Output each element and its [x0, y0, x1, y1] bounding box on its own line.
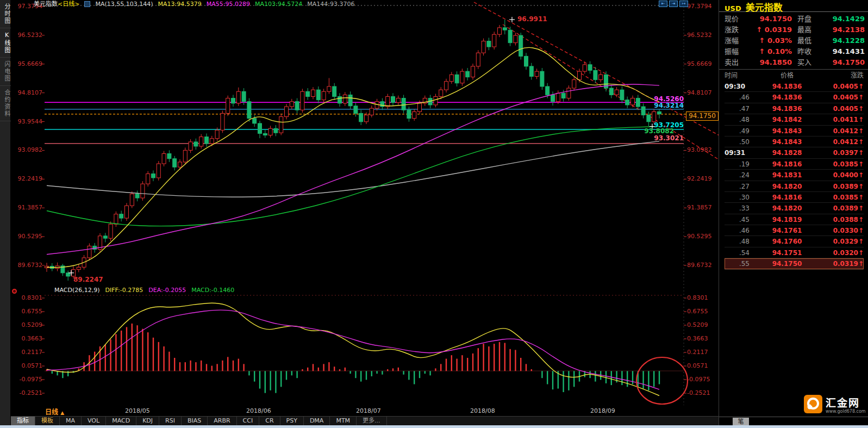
- quote-title: USD 美元指数: [719, 0, 868, 12]
- tick-change: 0.0389↑: [821, 181, 864, 191]
- tick-price: 94.1820: [753, 203, 821, 213]
- brand-name: 汇金网: [826, 397, 866, 409]
- macd-value-label: DEA:-0.2055: [148, 287, 186, 294]
- macd-axis-label: 0.0571: [12, 362, 42, 369]
- tick-row[interactable]: .3094.18160.0385↑: [725, 192, 864, 203]
- chart-header: 美元指数<日线> MA(13,55,103,144) MA13:94.5379M…: [34, 1, 354, 8]
- toolbar-item-BIAS[interactable]: BIAS: [182, 417, 208, 425]
- sidebar-item-2[interactable]: 闪电图: [0, 58, 11, 86]
- toolbar-item-MA[interactable]: MA: [60, 417, 82, 425]
- level-price-label: 93.7205: [652, 121, 684, 129]
- toolbar-item-指标[interactable]: 指标: [11, 417, 35, 425]
- toolbar-item-PSY[interactable]: PSY: [280, 417, 304, 425]
- quote-row: 振幅↑ 0.10%昨收94.1431: [725, 46, 865, 57]
- up-arrow-icon: ↑: [858, 160, 864, 168]
- tick-row[interactable]: .1994.18160.0385↑: [725, 159, 864, 170]
- tick-row[interactable]: .4794.18360.0405↑: [725, 103, 864, 114]
- brand-text: 汇金网 www.gold678.com: [826, 395, 866, 414]
- chart-latest-icon[interactable]: ↦: [679, 1, 688, 7]
- up-arrow-icon: ↑: [858, 260, 864, 268]
- chart-shift-right-icon[interactable]: ⇥: [669, 1, 678, 7]
- gold678-logo-icon: [804, 395, 822, 413]
- price-axis-label: 95.6669: [687, 60, 717, 67]
- tick-time: .47: [725, 103, 753, 114]
- toolbar-item-MACD[interactable]: MACD: [106, 417, 136, 425]
- toolbar-item-MTM[interactable]: MTM: [330, 417, 357, 425]
- tick-price: 94.1831: [753, 170, 821, 180]
- tick-row[interactable]: .3394.18200.0389↑: [725, 203, 864, 214]
- chart-shift-left-icon[interactable]: ⇤: [659, 1, 667, 7]
- up-arrow-icon: ↑: [858, 249, 864, 257]
- price-axis-label: 93.0982: [12, 146, 42, 153]
- tick-row[interactable]: 09:3194.18280.0397↑: [725, 147, 864, 158]
- up-arrow-icon: ↑: [858, 127, 864, 135]
- tick-row[interactable]: 09:3094.18360.0405↑: [725, 81, 864, 92]
- price-axis-label: 91.3857: [12, 204, 42, 211]
- price-axis-label: 91.3857: [687, 204, 717, 211]
- toolbar-item-CR[interactable]: CR: [259, 417, 280, 425]
- brand-logo: 汇金网 www.gold678.com: [804, 395, 866, 414]
- period-selector[interactable]: 日线 ▲: [45, 407, 64, 416]
- sidebar-item-1[interactable]: K线图: [0, 28, 11, 58]
- macd-axis-label: 0.3663: [12, 335, 42, 342]
- price-axis-label: 89.6732: [687, 262, 717, 269]
- tick-price: 94.1819: [753, 214, 821, 225]
- up-arrow-icon: ↑: [858, 138, 864, 146]
- tick-row[interactable]: .5494.17510.0320↑: [725, 247, 864, 258]
- toolbar-item-VOL[interactable]: VOL: [82, 417, 106, 425]
- tick-row[interactable]: .5594.17500.0319↑: [725, 258, 864, 269]
- toolbar-item-模板[interactable]: 模板: [35, 417, 60, 425]
- tick-row[interactable]: .4694.17610.0330↑: [725, 225, 864, 236]
- toolbar-item-DMA[interactable]: DMA: [304, 417, 330, 425]
- tick-row[interactable]: .4594.18190.0388↑: [725, 214, 864, 225]
- tick-change: 0.0412↑: [821, 137, 864, 147]
- tick-change: 0.0320↑: [821, 247, 864, 258]
- sidebar-item-0[interactable]: 分时图: [0, 0, 11, 28]
- up-arrow-icon: ↑: [858, 183, 864, 190]
- ma-value-label: MA144:93.3706: [307, 1, 354, 8]
- macd-value-label: MACD:-0.1460: [191, 287, 234, 294]
- tick-price: 94.1828: [753, 147, 821, 158]
- quote-value: 94.1228: [822, 35, 865, 46]
- brand-url: www.gold678.com: [826, 409, 866, 414]
- toolbar-item-KDJ[interactable]: KDJ: [136, 417, 159, 425]
- up-arrow-icon: ↑: [858, 238, 864, 245]
- tick-change: 0.0405↑: [821, 81, 864, 91]
- month-tick-label: 2018/07: [356, 407, 381, 414]
- quote-value: ↑ 0.0319: [749, 24, 792, 35]
- tick-row[interactable]: .2494.18310.0400↑: [725, 170, 864, 181]
- col-time: 时间: [725, 70, 753, 81]
- toolbar-item-RSI[interactable]: RSI: [159, 417, 182, 425]
- toolbar-item-更多...[interactable]: 更多...: [357, 417, 387, 425]
- quote-label: 涨幅: [725, 35, 749, 46]
- tick-time: .33: [725, 203, 753, 213]
- macd-axis-label: 0.6755: [12, 308, 42, 315]
- level-price-label: 94.3214: [652, 102, 684, 109]
- pen-tab[interactable]: 笔: [733, 418, 749, 426]
- current-price-tag: 94.1750: [686, 111, 719, 121]
- tick-row[interactable]: .4994.18430.0412↑: [725, 126, 864, 137]
- tick-row[interactable]: .4894.17600.0329↑: [725, 236, 864, 247]
- tick-time: .45: [725, 214, 753, 225]
- tick-change: 0.0389↑: [821, 203, 864, 213]
- sidebar-item-3[interactable]: 合约资料: [0, 86, 11, 121]
- chart-toolbuttons: ⇤⇥↦: [659, 1, 688, 7]
- toolbar-item-ARBR[interactable]: ARBR: [208, 417, 236, 425]
- price-axis-label: 92.2419: [687, 175, 717, 182]
- tick-time: .54: [725, 247, 753, 258]
- indicator-toolbar: 指标模板MAVOLMACDKDJRSIBIASARBRCCICRPSYDMAMT…: [11, 416, 719, 425]
- tick-table: 09:3094.18360.0405↑.4694.18360.0405↑.479…: [719, 81, 868, 270]
- tick-price: 94.1843: [753, 126, 821, 136]
- tick-row[interactable]: .2794.18200.0389↑: [725, 181, 864, 192]
- tick-change: 0.0330↑: [821, 225, 864, 235]
- tick-row[interactable]: .5094.18430.0412↑: [725, 137, 864, 147]
- tick-row[interactable]: .4894.18420.0411↑: [725, 114, 864, 125]
- tick-change: 0.0385↑: [821, 159, 864, 169]
- tick-time: .55: [725, 258, 753, 269]
- up-arrow-icon: ↑: [858, 149, 864, 157]
- level-price-label: 94.5260: [652, 95, 684, 103]
- tick-row[interactable]: .4694.18360.0405↑: [725, 92, 864, 103]
- quote-value: 94.1750: [749, 14, 792, 24]
- symbol-name: 美元指数: [34, 1, 58, 8]
- toolbar-item-CCI[interactable]: CCI: [237, 417, 260, 425]
